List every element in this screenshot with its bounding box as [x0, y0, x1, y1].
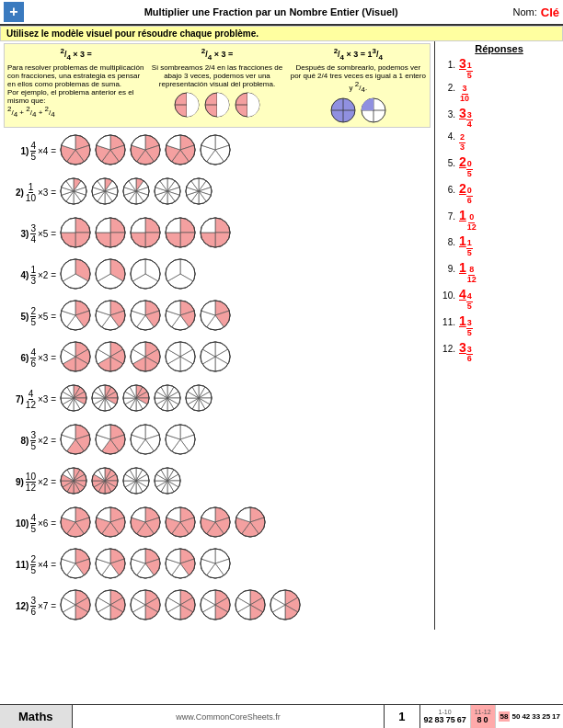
footer-subject: Maths [0, 705, 73, 728]
problem-row-6: 6) 4 6 ×3 = [4, 338, 431, 377]
problem-row-4: 4) 1 3 ×2 = [4, 256, 431, 294]
footer-stats: 1-10 92 83 75 67 11-12 8 0 58 50 42 33 2… [420, 705, 563, 728]
answers-title: Réponses [439, 43, 559, 54]
answers-panel: Réponses 1.3152.3103.3344.235.2056.2067.… [434, 41, 563, 630]
answers-list: 1.3152.3103.3344.235.2056.2067.10128.115… [439, 56, 559, 364]
problem-row-11: 11) 2 5 ×4 = [4, 545, 431, 584]
problem-row-5: 5) 2 5 ×5 = [4, 297, 431, 336]
problem-row-7: 7) 4 12 ×3 = [4, 380, 431, 418]
problem-label-3: 3) 3 4 ×5 = [4, 223, 59, 245]
answer-item-2: 2.310 [439, 83, 559, 104]
problems-container: 1) 4 5 ×4 = 2) 1 10 [4, 131, 431, 625]
answer-item-3: 3.334 [439, 106, 559, 131]
answer-item-5: 5.205 [439, 154, 559, 179]
problem-label-12: 12) 3 6 ×7 = [4, 596, 59, 617]
answer-item-8: 8.115 [439, 233, 559, 258]
answer-item-11: 11.135 [439, 313, 559, 338]
answer-item-12: 12.336 [439, 340, 559, 365]
main-layout: 2/4 × 3 = Para resolver problemas de mul… [0, 41, 563, 630]
instruction-text: Utilisez le modèle visuel pour résoudre … [6, 28, 259, 39]
problem-label-9: 9) 10 12 ×2 = [4, 472, 59, 493]
answer-item-7: 7.1012 [439, 208, 559, 233]
problem-row-10: 10) 4 5 ×6 = [4, 504, 431, 542]
page-header: Multiplier une Fraction par un Nombre En… [0, 0, 563, 26]
problem-row-3: 3) 3 4 ×5 = [4, 214, 431, 253]
left-content: 2/4 × 3 = Para resolver problemas de mul… [0, 41, 434, 630]
problem-label-10: 10) 4 5 ×6 = [4, 513, 59, 534]
circles-1 [59, 133, 431, 168]
nom-label: Nom: [512, 6, 536, 17]
problem-label-4: 4) 1 3 ×2 = [4, 265, 59, 286]
example-col-1: 2/4 × 3 = Para resolver problemas de mul… [7, 47, 144, 124]
problem-label-7: 7) 4 12 ×3 = [4, 389, 59, 410]
circles-10 [59, 506, 431, 540]
plus-icon [4, 2, 24, 22]
answer-item-9: 9.1812 [439, 260, 559, 285]
answer-item-10: 10.445 [439, 287, 559, 312]
problem-row-1: 1) 4 5 ×4 = [4, 131, 431, 170]
page-footer: Maths www.CommonCoreSheets.fr 1 1-10 92 … [0, 704, 563, 728]
example-circles-1 [148, 91, 285, 119]
circles-6 [59, 340, 431, 375]
cle-value: Clé [541, 6, 559, 19]
circles-5 [59, 299, 431, 334]
problem-label-11: 11) 2 5 ×4 = [4, 554, 59, 575]
example-col-3: 2/4 × 3 = 13/4 Después de sombrearlo, po… [290, 47, 427, 124]
example-box: 2/4 × 3 = Para resolver problemas de mul… [4, 43, 431, 128]
answer-item-6: 6.206 [439, 181, 559, 206]
circles-2 [59, 176, 431, 208]
problem-label-5: 5) 2 5 ×5 = [4, 306, 59, 327]
footer-url: www.CommonCoreSheets.fr [73, 705, 385, 728]
problem-label-2: 2) 1 10 ×3 = [4, 182, 59, 203]
problem-label-8: 8) 3 5 ×2 = [4, 430, 59, 451]
footer-page: 1 [384, 705, 419, 728]
problem-row-2: 2) 1 10 ×3 = [4, 173, 431, 211]
instruction-bar: Utilisez le modèle visuel pour résoudre … [0, 26, 563, 41]
circles-11 [59, 547, 431, 582]
answer-item-1: 1.315 [439, 56, 559, 81]
circles-4 [59, 257, 431, 292]
example-col-2: 2/4 × 3 = Si sombreamos 2/4 en las fracc… [148, 47, 285, 124]
problem-row-9: 9) 10 12 ×2 = [4, 462, 431, 501]
circles-7 [59, 383, 431, 415]
page-title: Multiplier une Fraction par un Nombre En… [29, 6, 512, 17]
circles-3 [59, 216, 431, 251]
problem-label-1: 1) 4 5 ×4 = [4, 141, 59, 162]
problem-row-8: 8) 3 5 ×2 = [4, 421, 431, 460]
problem-label-6: 6) 4 6 ×3 = [4, 347, 59, 369]
circles-12 [59, 588, 431, 623]
problem-row-12: 12) 3 6 ×7 = [4, 586, 431, 625]
answer-item-4: 4.23 [439, 131, 559, 153]
example-circles-2 [290, 97, 427, 124]
circles-9 [59, 466, 431, 497]
circles-8 [59, 423, 431, 458]
